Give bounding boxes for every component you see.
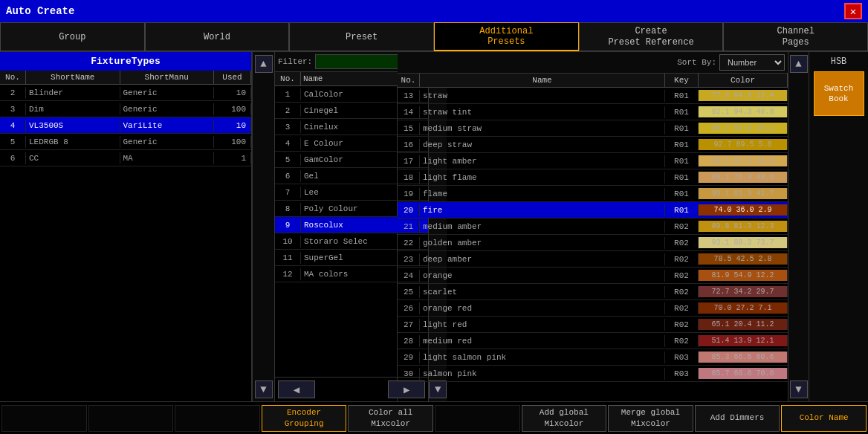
- swatch-book-button[interactable]: Swatch Book: [814, 71, 864, 116]
- color-row[interactable]: 21 medium amber R02 89.8 81.3 12.3: [398, 218, 788, 235]
- color-cell-name: orange red: [420, 302, 665, 314]
- merge-global-mixcolor-button[interactable]: Merge global Mixcolor: [608, 405, 693, 432]
- color-row[interactable]: 22 golden amber R02 93.1 88.3 73.7: [398, 235, 788, 251]
- color-table-header: No. Name Key Color: [398, 74, 788, 88]
- color-row[interactable]: 18 light flame R01 89.1 76.9 48.6: [398, 169, 788, 186]
- tab-preset[interactable]: Preset: [289, 22, 434, 51]
- fixture-cell-used: 100: [214, 103, 251, 115]
- hsb-panel: HSB Swatch Book: [809, 52, 868, 401]
- fixture-cell-manu: Generic: [120, 136, 215, 148]
- preset-cell-no: 5: [275, 154, 301, 166]
- fixture-row[interactable]: 2 Blinder Generic 10: [0, 85, 251, 101]
- color-row[interactable]: 15 medium straw R01 90.7 94.0 18.1: [398, 120, 788, 137]
- preset-scroll-left[interactable]: ◀: [278, 380, 315, 398]
- color-scroll-up[interactable]: ▲: [790, 55, 808, 73]
- fixture-rows: 2 Blinder Generic 10 3 Dim Generic 100 4…: [0, 85, 251, 401]
- preset-cell-no: 7: [275, 187, 301, 198]
- color-cell-key: R02: [665, 319, 699, 331]
- preset-cell-no: 4: [275, 137, 301, 149]
- color-cell-value: 89.8 81.3 12.3: [699, 221, 788, 232]
- color-cell-no: 23: [398, 253, 420, 265]
- color-cell-value: 85.7 66.6 70.6: [699, 368, 788, 379]
- color-cell-value: 89.1 76.9 48.6: [699, 172, 788, 183]
- color-cell-key: R03: [665, 368, 699, 380]
- fixture-row[interactable]: 6 CC MA 1: [0, 150, 251, 166]
- color-col-key: Key: [665, 74, 699, 87]
- fixture-col-no: No.: [0, 71, 26, 84]
- color-rows: 13 straw R01 77.8 94.9 13.4 14 straw tin…: [398, 88, 788, 401]
- color-cell-name: deep straw: [420, 139, 665, 151]
- color-row[interactable]: 20 fire R01 74.0 36.0 2.9: [398, 202, 788, 218]
- color-cell-key: R01: [665, 204, 699, 216]
- color-cell-value: 90.7 94.0 18.1: [699, 123, 788, 134]
- fixture-cell-no: 5: [0, 136, 26, 148]
- tab-group[interactable]: Group: [0, 22, 145, 51]
- fixture-cell-used: 1: [214, 152, 251, 164]
- color-row[interactable]: 24 orange R02 81.9 54.9 12.2: [398, 268, 788, 284]
- fixture-col-manu: ShortManu: [120, 71, 215, 84]
- preset-cell-no: 10: [275, 236, 301, 247]
- color-row[interactable]: 16 deep straw R01 92.7 89.5 5.8: [398, 137, 788, 153]
- color-cell-no: 27: [398, 319, 420, 331]
- close-button[interactable]: ✕: [844, 3, 862, 19]
- add-global-mixcolor-button[interactable]: Add global Mixcolor: [522, 405, 607, 432]
- color-cell-no: 21: [398, 221, 420, 233]
- color-cell-name: light amber: [420, 155, 665, 167]
- color-cell-no: 26: [398, 302, 420, 314]
- color-cell-value: 77.8 94.9 13.4: [699, 90, 788, 101]
- color-row[interactable]: 26 orange red R02 70.0 27.2 7.1: [398, 300, 788, 317]
- color-row[interactable]: 29 light salmon pink R03 85.3 66.6 60.6: [398, 349, 788, 366]
- tab-additional-presets[interactable]: Additional Presets: [434, 22, 579, 51]
- color-cell-key: R02: [665, 302, 699, 314]
- sort-select[interactable]: Number Name: [719, 54, 785, 71]
- color-cell-no: 22: [398, 237, 420, 249]
- color-row[interactable]: 28 medium red R02 51.4 13.9 12.1: [398, 333, 788, 349]
- encoder-grouping-button[interactable]: Encoder Grouping: [262, 405, 347, 432]
- color-all-mixcolor-button[interactable]: Color all Mixcolor: [348, 405, 433, 432]
- hsb-label: HSB: [831, 56, 847, 67]
- color-cell-value: 92.7 89.5 5.8: [699, 139, 788, 150]
- color-cell-key: R01: [665, 90, 699, 102]
- preset-cell-no: 6: [275, 170, 301, 182]
- color-cell-key: R01: [665, 172, 699, 184]
- color-cell-no: 25: [398, 286, 420, 298]
- fixture-scroll-up[interactable]: ▲: [255, 55, 273, 73]
- color-cell-value: 93.1 87.6 44.9: [699, 155, 788, 166]
- fixture-cell-manu: Generic: [120, 103, 215, 115]
- add-dimmers-button[interactable]: Add Dimmers: [695, 405, 780, 432]
- sort-label: Sort By:: [677, 58, 716, 67]
- fixture-row[interactable]: 3 Dim Generic 100: [0, 101, 251, 117]
- color-row[interactable]: 27 light red R02 65.1 20.4 11.2: [398, 317, 788, 333]
- fixture-row[interactable]: 4 VL3500S VariLite 10: [0, 117, 251, 134]
- color-scroll-down[interactable]: ▼: [790, 380, 808, 398]
- color-cell-value: 72.7 34.2 29.7: [699, 286, 788, 297]
- fixture-cell-no: 3: [0, 103, 26, 115]
- color-name-button[interactable]: Color Name: [781, 405, 867, 432]
- color-cell-value: 78.5 42.5 2.8: [699, 253, 788, 265]
- fixture-scroll-down[interactable]: ▼: [255, 380, 273, 398]
- color-cell-no: 20: [398, 204, 420, 216]
- color-cell-no: 14: [398, 106, 420, 118]
- title-bar: Auto Create ✕: [0, 0, 868, 22]
- color-row[interactable]: 23 deep amber R02 78.5 42.5 2.8: [398, 251, 788, 268]
- fixture-col-shortname: ShortName: [26, 71, 120, 84]
- color-cell-name: medium straw: [420, 123, 665, 135]
- fixture-cell-shortname: VL3500S: [26, 120, 120, 132]
- color-cell-no: 13: [398, 90, 420, 102]
- tab-create-preset-reference[interactable]: Create Preset Reference: [579, 22, 724, 51]
- color-cell-key: R01: [665, 106, 699, 118]
- color-row[interactable]: 13 straw R01 77.8 94.9 13.4: [398, 88, 788, 104]
- color-row[interactable]: 14 straw tint R01 92.1 94.3 48.8: [398, 104, 788, 120]
- tab-channel-pages[interactable]: Channel Pages: [723, 22, 868, 51]
- color-row[interactable]: 25 scarlet R02 72.7 34.2 29.7: [398, 284, 788, 300]
- color-row[interactable]: 17 light amber R01 93.1 87.6 44.9: [398, 153, 788, 169]
- fixture-row[interactable]: 5 LEDRGB 8 Generic 100: [0, 134, 251, 150]
- color-col-color: Color: [699, 74, 788, 87]
- color-row[interactable]: 19 flame R01 90.1 81.3 41.7: [398, 186, 788, 202]
- bottom-toolbar: Encoder GroupingColor all MixcolorAdd gl…: [0, 401, 868, 434]
- preset-cell-no: 12: [275, 268, 301, 280]
- tab-world[interactable]: World: [145, 22, 290, 51]
- color-row[interactable]: 30 salmon pink R03 85.7 66.6 70.6: [398, 366, 788, 382]
- filter-label: Filter:: [278, 57, 312, 66]
- color-cell-value: 93.1 88.3 73.7: [699, 237, 788, 248]
